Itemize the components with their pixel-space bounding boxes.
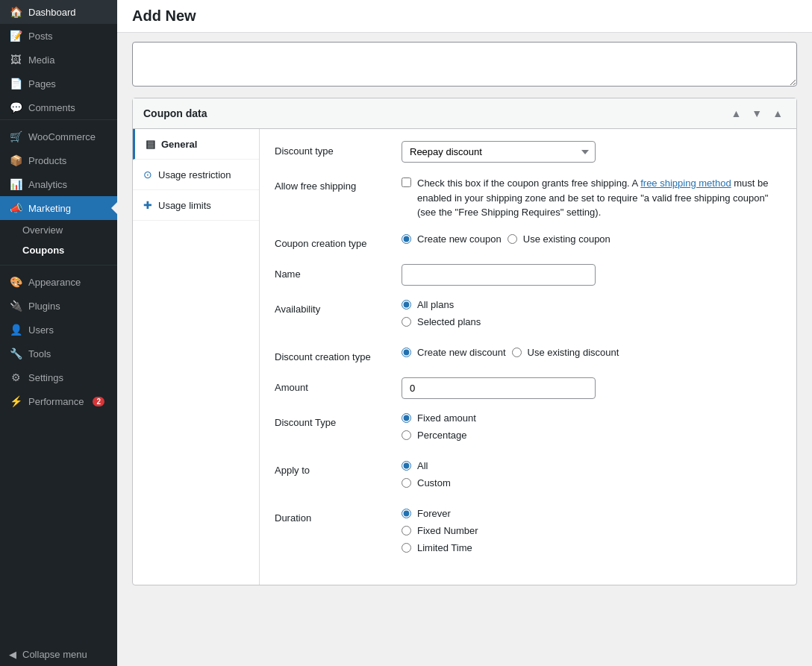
woocommerce-icon: 🛒	[9, 131, 22, 142]
appearance-icon: 🎨	[9, 276, 22, 288]
sidebar-item-analytics[interactable]: 📊 Analytics	[0, 172, 117, 196]
sidebar-item-appearance[interactable]: 🎨 Appearance	[0, 270, 117, 294]
create-new-coupon-group: Create new coupon Use existing coupon	[402, 233, 781, 245]
duration-label: Duration	[275, 508, 387, 524]
name-input[interactable]	[402, 264, 596, 286]
availability-label: Availability	[275, 299, 387, 315]
sidebar-item-posts[interactable]: 📝 Posts	[0, 24, 117, 48]
tab-usage-limits[interactable]: ✚ Usage limits	[133, 190, 259, 221]
sidebar-item-users[interactable]: 👤 Users	[0, 318, 117, 342]
coupon-creation-type-row: Coupon creation type Create new coupon U…	[275, 233, 781, 251]
sidebar-item-comments[interactable]: 💬 Comments	[0, 95, 117, 119]
all-plans-group: All plans	[402, 299, 781, 310]
coupon-data-box: Coupon data ▲ ▼ ▲ ▤ General ⊙ Usage re	[132, 98, 797, 585]
settings-icon: ⚙	[9, 371, 22, 383]
free-shipping-method-link[interactable]: free shipping method	[640, 178, 731, 189]
use-existing-discount-radio[interactable]	[512, 348, 522, 357]
collapse-menu-button[interactable]: ◀ Collapse menu	[0, 643, 117, 666]
header-controls: ▲ ▼ ▲	[728, 106, 786, 121]
sidebar-item-plugins[interactable]: 🔌 Plugins	[0, 294, 117, 318]
sidebar-item-label: Performance	[28, 396, 84, 407]
toggle-button[interactable]: ▲	[769, 106, 786, 121]
discount-type-row: Discount type Reepay discount Percentage…	[275, 141, 781, 163]
use-existing-discount-label: Use existing discount	[528, 347, 619, 358]
tab-usage-limits-label: Usage limits	[158, 200, 211, 211]
media-icon: 🖼	[9, 54, 22, 66]
all-radio[interactable]	[402, 461, 411, 471]
use-existing-coupon-radio[interactable]	[508, 234, 517, 244]
page-header: Add New	[117, 0, 812, 33]
tab-general[interactable]: ▤ General	[133, 129, 259, 160]
coupon-code-input[interactable]	[132, 42, 797, 87]
availability-row: Availability All plans Selected plans	[275, 299, 781, 333]
plugins-icon: 🔌	[9, 300, 22, 312]
forever-label: Forever	[417, 508, 451, 519]
collapse-icon: ◀	[9, 649, 16, 660]
tabs-panel: ▤ General ⊙ Usage restriction ✚ Usage li…	[133, 129, 260, 585]
sidebar-item-products[interactable]: 📦 Products	[0, 148, 117, 172]
custom-radio[interactable]	[402, 478, 411, 488]
sidebar-sub-coupons[interactable]: Coupons	[0, 240, 117, 260]
analytics-icon: 📊	[9, 178, 22, 190]
sidebar-item-tools[interactable]: 🔧 Tools	[0, 342, 117, 365]
coupon-data-body: ▤ General ⊙ Usage restriction ✚ Usage li…	[133, 129, 796, 585]
percentage-radio[interactable]	[402, 430, 411, 440]
coupon-creation-type-content: Create new coupon Use existing coupon	[402, 233, 781, 251]
sidebar-item-settings[interactable]: ⚙ Settings	[0, 365, 117, 389]
percentage-group: Percentage	[402, 430, 781, 441]
fixed-number-radio[interactable]	[402, 526, 411, 535]
coupon-data-title: Coupon data	[143, 107, 207, 119]
sidebar-item-marketing[interactable]: 📣 Marketing	[0, 196, 117, 220]
free-shipping-text: Check this box if the coupon grants free…	[417, 176, 781, 220]
amount-content	[402, 377, 781, 399]
usage-restriction-icon: ⊙	[143, 169, 152, 180]
amount-input[interactable]	[402, 377, 596, 399]
sidebar-item-label: Comments	[28, 102, 75, 113]
sidebar-item-label: Analytics	[28, 179, 67, 190]
create-new-coupon-label: Create new coupon	[417, 233, 502, 245]
tab-usage-restriction-label: Usage restriction	[158, 169, 231, 180]
availability-content: All plans Selected plans	[402, 299, 781, 333]
sidebar-item-label: Plugins	[28, 301, 60, 312]
performance-badge: 2	[93, 397, 104, 406]
forever-radio[interactable]	[402, 509, 411, 518]
sidebar-item-label: Users	[28, 324, 54, 336]
selected-plans-label: Selected plans	[417, 316, 481, 327]
sidebar-item-woocommerce[interactable]: 🛒 WooCommerce	[0, 125, 117, 148]
discount-type-select[interactable]: Reepay discount Percentage discount Fixe…	[402, 141, 596, 163]
sidebar-item-media[interactable]: 🖼 Media	[0, 48, 117, 72]
apply-to-row: Apply to All Custom	[275, 460, 781, 494]
all-plans-radio[interactable]	[402, 300, 411, 310]
sidebar-item-pages[interactable]: 📄 Pages	[0, 72, 117, 95]
sidebar-item-label: Settings	[28, 372, 63, 383]
custom-group: Custom	[402, 477, 781, 488]
sidebar-item-label: Pages	[28, 78, 56, 89]
sidebar: 🏠 Dashboard 📝 Posts 🖼 Media 📄 Pages 💬 Co…	[0, 0, 117, 666]
create-new-discount-radio[interactable]	[402, 348, 411, 357]
selected-plans-group: Selected plans	[402, 316, 781, 327]
sidebar-item-dashboard[interactable]: 🏠 Dashboard	[0, 0, 117, 24]
selected-plans-radio[interactable]	[402, 317, 411, 327]
sidebar-sub-overview[interactable]: Overview	[0, 220, 117, 240]
name-label: Name	[275, 264, 387, 280]
fixed-amount-label: Fixed amount	[417, 412, 476, 424]
limited-time-group: Limited Time	[402, 542, 781, 553]
duration-content: Forever Fixed Number Limited Time	[402, 508, 781, 559]
percentage-label: Percentage	[417, 430, 467, 441]
tools-icon: 🔧	[9, 348, 22, 359]
main-content-area: Add New Coupon data ▲ ▼ ▲ ▤ General	[117, 0, 812, 666]
products-icon: 📦	[9, 154, 22, 166]
discount-type-content: Reepay discount Percentage discount Fixe…	[402, 141, 781, 163]
collapse-up-button[interactable]: ▲	[728, 106, 744, 121]
dashboard-icon: 🏠	[9, 6, 22, 18]
sidebar-item-label: Media	[28, 54, 54, 66]
create-new-coupon-radio[interactable]	[402, 234, 411, 244]
sidebar-item-performance[interactable]: ⚡ Performance 2	[0, 389, 117, 413]
discount-type-field-content: Fixed amount Percentage	[402, 412, 781, 447]
tab-usage-restriction[interactable]: ⊙ Usage restriction	[133, 160, 259, 190]
allow-free-shipping-row: Allow free shipping Check this box if th…	[275, 176, 781, 220]
free-shipping-checkbox[interactable]	[402, 178, 411, 187]
limited-time-radio[interactable]	[402, 543, 411, 553]
fixed-amount-radio[interactable]	[402, 413, 411, 423]
collapse-down-button[interactable]: ▼	[749, 106, 765, 121]
